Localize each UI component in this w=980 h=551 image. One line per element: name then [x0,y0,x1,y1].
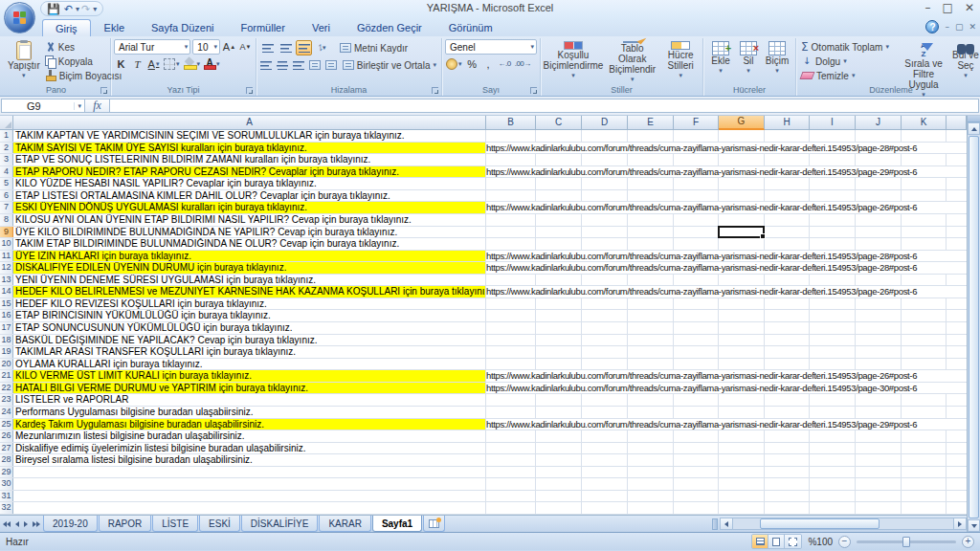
cell-K20[interactable] [902,359,947,370]
cell-I30[interactable] [810,478,856,490]
cell-D24[interactable] [582,407,628,418]
wb-close-icon[interactable]: ✕ [969,22,976,32]
row-header-12[interactable]: 12 [0,262,13,274]
cell-J19[interactable] [856,346,902,358]
cell-K13[interactable] [902,275,947,286]
column-header-D[interactable]: D [582,116,628,130]
normal-view-button[interactable] [752,535,768,548]
cell-C18[interactable] [536,335,582,346]
cell-C29[interactable] [536,467,582,478]
cell-F20[interactable] [674,359,719,370]
cell-K32[interactable] [902,502,947,514]
borders-button[interactable]: ▾ [163,56,181,71]
sort-filter-button[interactable]: AZ Sırala ve Filtre Uygula▾ [899,39,948,83]
cell-H8[interactable] [765,214,810,226]
cell-G10[interactable] [719,238,765,250]
align-middle-button[interactable] [278,40,294,55]
cell-A4[interactable]: ETAP RAPORU NEDİR? ETAP RAPORU CEZASI NE… [13,166,486,178]
cell-C8[interactable] [536,214,582,226]
row-header-4[interactable]: 4 [0,166,13,178]
cell-D23[interactable] [582,394,628,406]
cell-C32[interactable] [536,502,582,514]
orientation-button[interactable]: ⥍▾ [314,40,330,55]
cell-D6[interactable] [582,190,628,202]
align-left-button[interactable] [259,57,274,73]
first-sheet-icon[interactable] [3,521,11,527]
cell-K16[interactable] [902,310,947,321]
cell-D3[interactable] [582,154,628,165]
cell-A31[interactable] [13,491,486,502]
font-color-button[interactable]: A▾ [203,56,221,71]
find-select-button[interactable]: Bul ve Seç▾ [948,39,980,83]
zoom-out-icon[interactable]: − [838,536,851,548]
cell-H27[interactable] [765,443,810,454]
cell-H16[interactable] [765,310,810,321]
row-header-1[interactable]: 1 [0,130,13,142]
cell-H6[interactable] [765,190,810,202]
cell-G29[interactable] [719,467,765,478]
cell-G17[interactable] [719,322,765,334]
bold-button[interactable]: K [114,56,128,71]
wb-restore-icon[interactable]: ▢ [955,22,964,32]
cell-E10[interactable] [628,238,674,250]
cell-H5[interactable] [765,178,810,189]
autosum-button[interactable]: ΣOtomatik Toplam▾ [799,40,899,54]
cell-J6[interactable] [856,190,902,202]
align-center-button[interactable] [276,57,290,73]
cell-A27[interactable]: Diskalifiye edimiş üyelerimizin listesi … [13,443,486,454]
cell-G20[interactable] [719,359,765,370]
page-break-view-button[interactable] [785,535,801,548]
cell-A24[interactable]: Performans Uygulaması bilgisine buradan … [13,407,486,418]
cell-B14[interactable]: https://www.kadinlarkulubu.com/forum/thr… [486,286,967,298]
row-header-24[interactable]: 24 [0,407,13,418]
sheet-tab-rapor[interactable]: RAPOR [99,516,152,532]
cell-C6[interactable] [536,190,582,202]
cell-F28[interactable] [674,454,719,466]
row-header-21[interactable]: 21 [0,370,13,382]
row-header-17[interactable]: 17 [0,322,13,334]
cell-C23[interactable] [536,394,582,406]
clear-button[interactable]: Temizle▾ [799,69,899,82]
cell-H30[interactable] [765,478,810,490]
fill-button[interactable]: ↓Dolgu▾ [799,55,899,68]
format-cells-button[interactable]: Biçim▾ [762,39,792,83]
cell-D19[interactable] [582,346,628,358]
row-header-32[interactable]: 32 [0,502,13,514]
column-header-E[interactable]: E [628,116,674,130]
select-all-corner[interactable] [0,116,13,130]
cell-A10[interactable]: TAKIM ETAP BİLDİRİMİNDE BULUNMADIĞINDA N… [13,238,486,250]
shrink-font-button[interactable]: A▼ [238,39,253,54]
cell-J1[interactable] [856,130,902,142]
cell-D27[interactable] [582,443,628,454]
cell-I10[interactable] [810,238,856,250]
row-header-9[interactable]: 9 [0,227,13,238]
cell-J10[interactable] [856,238,902,250]
cell-C31[interactable] [536,491,582,502]
cell-I8[interactable] [810,214,856,226]
cell-A6[interactable]: ETAP LİSTESİ ORTALAMASINA KİMLER DAHİL O… [13,190,486,202]
cell-J24[interactable] [856,407,902,418]
cell-H20[interactable] [765,359,810,370]
cell-D17[interactable] [582,322,628,334]
cell-H3[interactable] [765,154,810,165]
cell-I1[interactable] [810,130,856,142]
cell-D31[interactable] [582,491,628,502]
cell-C27[interactable] [536,443,582,454]
ribbon-tab-giriş[interactable]: Giriş [42,19,91,36]
cell-I16[interactable] [810,310,856,321]
cell-A5[interactable]: KİLO YÜZDE HESABI NASIL YAPILIR? Cevapla… [13,178,486,189]
cell-A15[interactable]: HEDEF KİLO REVİZESİ KOŞULLARI için buray… [13,298,486,310]
cell-B19[interactable] [486,346,536,358]
ribbon-tab-görünüm[interactable]: Görünüm [435,18,506,36]
cell-B10[interactable] [486,238,536,250]
cell-G32[interactable] [719,502,765,514]
accounting-format-button[interactable]: ▾ [445,56,463,71]
cell-I5[interactable] [810,178,856,189]
sheet-tab-karar[interactable]: KARAR [319,516,370,532]
cell-H15[interactable] [765,298,810,310]
zoom-slider[interactable] [857,540,956,543]
cell-A7[interactable]: ESKİ ÜYENİN DÖNÜŞ UYGULAMASI kuralları i… [13,202,486,213]
cell-E27[interactable] [628,443,674,454]
column-header-G[interactable]: G [719,116,765,130]
cell-E17[interactable] [628,322,674,334]
